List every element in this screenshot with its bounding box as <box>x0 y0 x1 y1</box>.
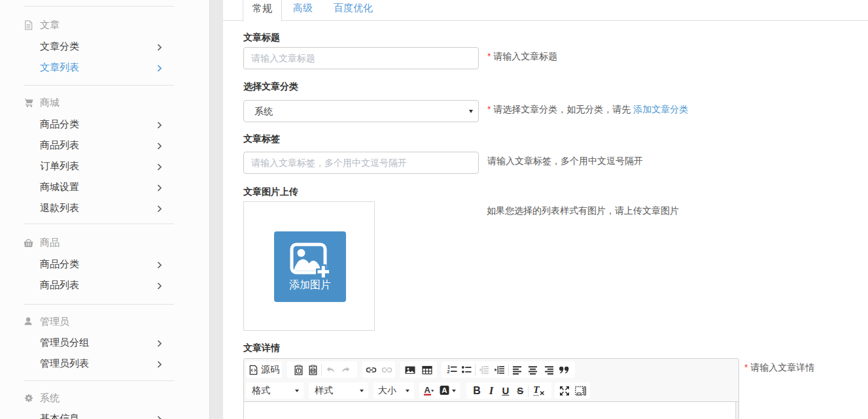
svg-text:1: 1 <box>447 365 450 369</box>
svg-text:W: W <box>311 369 315 373</box>
svg-text:A: A <box>442 386 447 394</box>
svg-text:2: 2 <box>447 369 450 374</box>
svg-text:A: A <box>425 385 431 395</box>
svg-text:T: T <box>297 368 300 373</box>
